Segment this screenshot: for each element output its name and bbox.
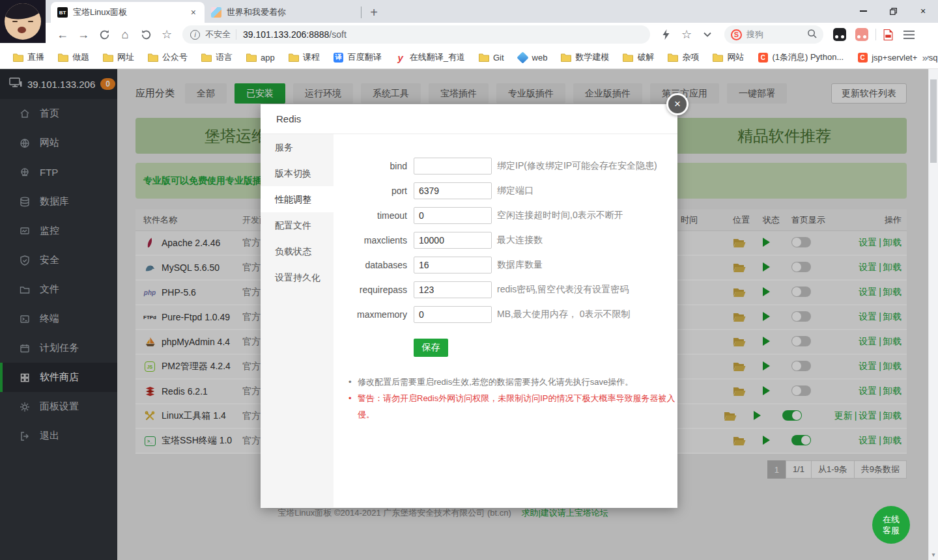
field-label: databases bbox=[334, 260, 407, 270]
security-label: 不安全 bbox=[205, 29, 231, 40]
csdn-icon: C bbox=[758, 52, 768, 63]
tab-persistence[interactable]: 设置持久化 bbox=[261, 264, 334, 290]
new-tab-button[interactable]: + bbox=[364, 3, 384, 21]
bookmark-star-icon[interactable]: ☆ bbox=[158, 25, 176, 44]
sogou-label: 搜狗 bbox=[746, 29, 807, 40]
folder-icon bbox=[713, 52, 723, 63]
tab-version-switch[interactable]: 版本切换 bbox=[261, 160, 334, 186]
url-host: 39.101.133.206:8888 bbox=[243, 29, 329, 40]
browser-toolbar: ← → ⌂ ☆ i 不安全 39.101.133.206:8888 /soft … bbox=[0, 23, 938, 46]
bookmark-item[interactable]: 网址 bbox=[103, 51, 134, 63]
bookmark-item[interactable]: 公众号 bbox=[148, 51, 188, 63]
scrollbar-thumb[interactable] bbox=[930, 79, 937, 163]
folder-icon bbox=[58, 52, 68, 63]
folder-icon bbox=[246, 52, 257, 63]
tab-performance[interactable]: 性能调整 bbox=[261, 186, 334, 212]
history-icon[interactable] bbox=[137, 25, 155, 44]
field-hint: redis密码,留空代表没有设置密码 bbox=[497, 284, 629, 296]
refresh-icon[interactable] bbox=[95, 25, 113, 44]
search-icon[interactable] bbox=[807, 29, 817, 41]
port-input[interactable] bbox=[414, 182, 492, 199]
timeout-input[interactable] bbox=[414, 207, 492, 224]
databases-input[interactable] bbox=[414, 257, 492, 273]
tab-world-loves-you[interactable]: 世界和我爱着你 bbox=[205, 2, 358, 23]
scroll-down-icon[interactable]: ▾ bbox=[929, 551, 938, 558]
bookmark-item[interactable]: 数学建模 bbox=[561, 51, 609, 63]
sogou-search-box[interactable]: S 搜狗 bbox=[724, 25, 823, 44]
note-restart: 修改配置后需要重启redis生效,若您的数据需要持久化请先执行save操作。 bbox=[348, 374, 677, 390]
restore-button[interactable] bbox=[878, 0, 908, 22]
bookmark-item[interactable]: web bbox=[518, 52, 548, 63]
csdn-icon: C bbox=[857, 52, 868, 63]
site-info-icon[interactable]: i bbox=[190, 30, 200, 40]
screen: BT 宝塔Linux面板 × 世界和我爱着你 + × ← → ⌂ ☆ i bbox=[0, 0, 938, 560]
folder-icon bbox=[201, 52, 212, 63]
bookmark-item[interactable]: 网站 bbox=[713, 51, 744, 63]
folder-icon bbox=[13, 52, 23, 63]
folder-icon bbox=[561, 52, 571, 63]
bookmark-item[interactable]: 语言 bbox=[201, 51, 233, 63]
extension-pink-icon[interactable] bbox=[855, 28, 868, 41]
bookmark-item[interactable]: C(1条消息) Python... bbox=[758, 51, 844, 63]
tab-close-icon[interactable]: × bbox=[189, 7, 198, 18]
bookmark-item[interactable]: 杂项 bbox=[668, 51, 699, 63]
field-hint: 数据库数量 bbox=[497, 259, 543, 271]
bookmark-item[interactable]: 课程 bbox=[289, 51, 320, 63]
folder-icon bbox=[103, 52, 113, 63]
save-button[interactable]: 保存 bbox=[414, 339, 448, 357]
panel-page: 39.101.133.206 0 首页 网站 FTP 数据库 监控 安全 文件 … bbox=[0, 69, 938, 560]
youdao-icon: y bbox=[395, 52, 406, 63]
field-hint: 最大连接数 bbox=[497, 234, 543, 246]
avatar bbox=[0, 0, 46, 43]
menu-icon[interactable] bbox=[900, 25, 918, 44]
bookmark-item[interactable]: 直播 bbox=[13, 51, 44, 63]
field-label: maxclients bbox=[334, 235, 407, 245]
lightning-icon[interactable] bbox=[657, 25, 675, 44]
home-icon[interactable]: ⌂ bbox=[116, 25, 134, 44]
window-controls: × bbox=[848, 0, 938, 22]
tab-baota-panel[interactable]: BT 宝塔Linux面板 × bbox=[51, 2, 205, 23]
tab-config-file[interactable]: 配置文件 bbox=[261, 212, 334, 238]
toolbar-right: ☆ S 搜狗 bbox=[657, 25, 920, 44]
tab-service[interactable]: 服务 bbox=[261, 134, 334, 160]
bind-input[interactable] bbox=[414, 158, 492, 175]
field-label: requirepass bbox=[334, 285, 407, 295]
close-icon[interactable]: × bbox=[666, 93, 689, 115]
field-hint: 空闲连接超时时间,0表示不断开 bbox=[497, 210, 623, 221]
tab-load-status[interactable]: 负载状态 bbox=[261, 238, 334, 264]
bookmark-item[interactable]: 做题 bbox=[58, 51, 89, 63]
scrollbar[interactable]: ▾ bbox=[928, 69, 938, 560]
folder-icon bbox=[623, 52, 633, 63]
chevron-down-icon[interactable] bbox=[698, 25, 717, 44]
folder-icon bbox=[289, 52, 299, 63]
folder-icon bbox=[148, 52, 158, 63]
field-label: bind bbox=[334, 161, 407, 171]
extension-dark-icon[interactable] bbox=[833, 28, 846, 41]
field-hint: 绑定IP(修改绑定IP可能会存在安全隐患) bbox=[497, 160, 657, 172]
favorite-star-icon[interactable]: ☆ bbox=[677, 25, 696, 44]
bookmark-item[interactable]: app bbox=[246, 52, 275, 63]
requirepass-input[interactable] bbox=[414, 281, 492, 298]
forward-icon[interactable]: → bbox=[74, 25, 92, 44]
bt-favicon: BT bbox=[57, 7, 68, 18]
performance-form: bind 绑定IP(修改绑定IP可能会存在安全隐患) port 绑定端口 tim… bbox=[334, 134, 677, 507]
field-label: port bbox=[334, 186, 407, 196]
bookmark-item[interactable]: y在线翻译_有道 bbox=[395, 51, 465, 63]
bookmarks-overflow-icon[interactable]: » bbox=[917, 46, 928, 69]
minimize-button[interactable] bbox=[848, 0, 878, 22]
tab-title: 宝塔Linux面板 bbox=[73, 7, 189, 18]
bookmark-item[interactable]: Git bbox=[479, 52, 504, 63]
online-support-button[interactable]: 在线 客服 bbox=[872, 506, 910, 544]
bookmark-item[interactable]: 破解 bbox=[623, 51, 654, 63]
pdf-extension-icon[interactable] bbox=[879, 25, 897, 44]
bookmark-item[interactable]: 译百度翻译 bbox=[334, 51, 382, 63]
diamond-icon bbox=[518, 52, 528, 63]
bookmarks-bar: 直播 做题 网址 公众号 语言 app 课程 译百度翻译 y在线翻译_有道 Gi… bbox=[0, 46, 938, 69]
back-icon[interactable]: ← bbox=[53, 25, 72, 44]
maxmemory-input[interactable] bbox=[414, 306, 492, 323]
browser-tab-strip: BT 宝塔Linux面板 × 世界和我爱着你 + × bbox=[0, 0, 938, 23]
modal-notes: 修改配置后需要重启redis生效,若您的数据需要持久化请先执行save操作。 警… bbox=[348, 374, 677, 423]
close-window-button[interactable]: × bbox=[908, 0, 938, 22]
maxclients-input[interactable] bbox=[414, 232, 492, 249]
address-bar[interactable]: i 不安全 39.101.133.206:8888 /soft bbox=[182, 25, 650, 44]
